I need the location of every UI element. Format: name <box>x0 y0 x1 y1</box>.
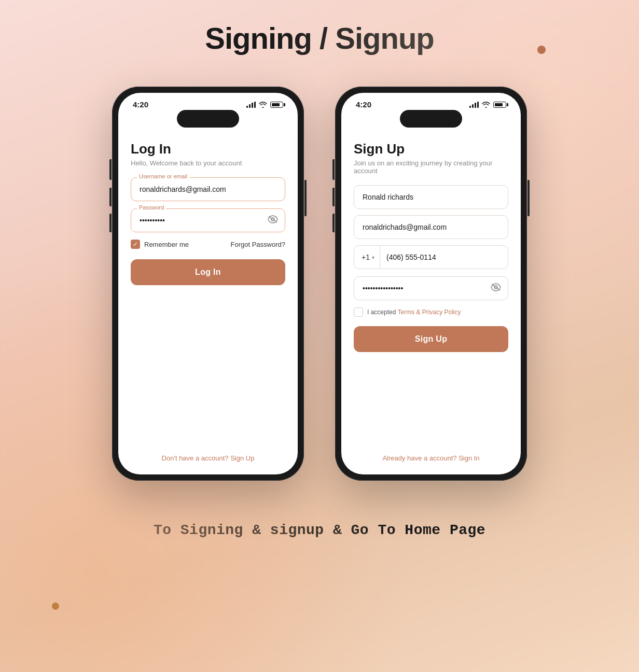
password-label: Password <box>137 204 166 211</box>
email-field-wrapper <box>354 215 508 239</box>
signup-signin-link[interactable]: Sign In <box>459 454 479 462</box>
password-eye-icon[interactable] <box>268 215 278 226</box>
signup-vol-up-button <box>332 188 335 206</box>
country-code-selector[interactable]: +1 ▾ <box>354 246 380 269</box>
signup-vol-down-button <box>332 214 335 232</box>
wifi-icon <box>259 102 267 108</box>
signup-battery-icon <box>493 102 506 108</box>
remember-checkbox[interactable]: ✓ <box>131 240 140 249</box>
decorative-dot-top <box>537 46 546 54</box>
signup-dynamic-island <box>400 110 462 128</box>
login-bottom-link: Don't have a account? Sign Up <box>131 444 285 462</box>
page-title: Signing / Signup <box>205 21 434 55</box>
terms-checkbox[interactable] <box>354 307 363 317</box>
login-screen-content: Log In Hello, Welcome back to your accou… <box>118 133 298 474</box>
signup-screen-content: Sign Up Join us on an exciting journey b… <box>341 133 521 474</box>
signup-button[interactable]: Sign Up <box>354 326 508 352</box>
signup-title: Sign Up <box>354 141 508 157</box>
phone-field-wrapper: +1 ▾ <box>354 245 508 269</box>
login-button[interactable]: Log In <box>131 259 285 285</box>
username-label: Username or email <box>137 173 189 179</box>
signup-bottom-link: Already have a account? Sign In <box>354 444 508 462</box>
password-field-wrapper: Password <box>131 208 285 232</box>
login-phone-screen: 4:20 <box>118 93 298 474</box>
terms-link[interactable]: Terms & Privacy Policy <box>398 309 461 316</box>
fullname-field-wrapper <box>354 185 508 209</box>
email-input[interactable] <box>354 215 508 239</box>
remember-label: Remember me <box>144 241 189 248</box>
signup-phone-frame: 4:20 <box>335 87 527 481</box>
username-input[interactable] <box>131 177 285 201</box>
login-signup-link[interactable]: Sign Up <box>230 454 254 462</box>
login-bottom-text: Don't have a account? <box>162 454 229 462</box>
remember-row: ✓ Remember me Forgot Password? <box>131 240 285 249</box>
signup-subtitle: Join us on an exciting journey by creati… <box>354 159 508 175</box>
signup-phone-screen: 4:20 <box>341 93 521 474</box>
signup-password-eye-icon[interactable] <box>491 283 501 293</box>
signup-bottom-text: Already have a account? <box>382 454 456 462</box>
forgot-password-link[interactable]: Forgot Password? <box>231 241 286 248</box>
vol-up-button <box>109 188 112 206</box>
signup-status-icons <box>469 102 506 108</box>
login-subtitle: Hello, Welcome back to your account <box>131 159 285 167</box>
signup-password-field-wrapper <box>354 276 508 300</box>
bottom-caption: To Signing & signup & Go To Home Page <box>154 522 485 538</box>
terms-row: I accepted Terms & Privacy Policy <box>354 307 508 317</box>
signal-icon <box>246 102 256 108</box>
phones-container: 4:20 <box>112 87 527 481</box>
decorative-dot-bottom <box>52 603 59 610</box>
signup-password-input[interactable] <box>354 276 508 300</box>
country-code-value: +1 <box>362 253 370 261</box>
signup-signal-icon <box>469 102 479 108</box>
login-status-icons <box>246 102 283 108</box>
signup-status-time: 4:20 <box>356 100 371 109</box>
password-input[interactable] <box>131 208 285 232</box>
phone-number-input[interactable] <box>380 246 508 269</box>
battery-icon <box>270 102 283 108</box>
vol-down-button <box>109 214 112 232</box>
chevron-down-icon: ▾ <box>372 255 374 260</box>
fullname-input[interactable] <box>354 185 508 209</box>
terms-text: I accepted Terms & Privacy Policy <box>367 309 461 316</box>
dynamic-island <box>177 110 239 128</box>
login-phone-frame: 4:20 <box>112 87 304 481</box>
username-field-wrapper: Username or email <box>131 177 285 201</box>
signup-wifi-icon <box>482 102 490 108</box>
login-title: Log In <box>131 141 285 157</box>
login-status-time: 4:20 <box>133 100 148 109</box>
